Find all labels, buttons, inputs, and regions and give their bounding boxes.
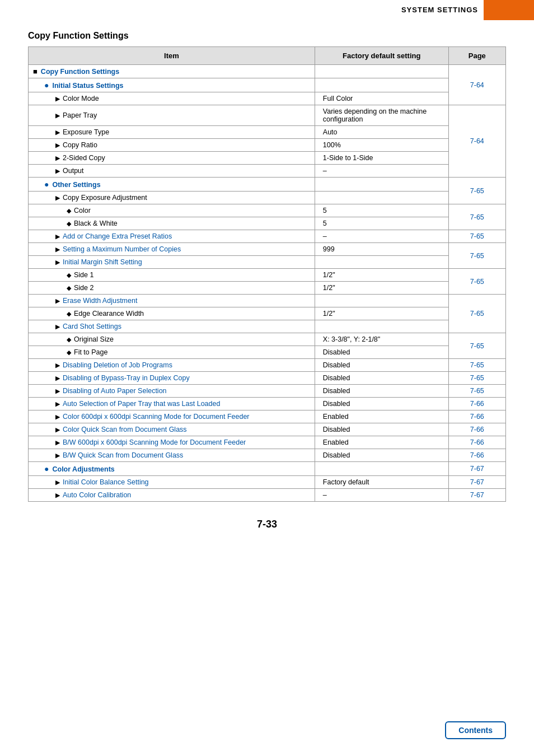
default-cell: 5 [315,217,448,230]
item-cell: ▶Auto Selection of Paper Tray that was L… [29,398,315,410]
item-text: Disabling Deletion of Job Programs [63,361,172,369]
item-cell: ◆Original Size [29,333,315,346]
default-cell: 1/2" [315,269,448,282]
default-cell: 5 [315,204,448,217]
item-text: Auto Color Calibration [63,491,131,499]
table-row: ◆Black & White5 [29,217,506,230]
item-cell: ▶Copy Exposure Adjustment [29,192,315,204]
item-text: Side 1 [74,271,93,279]
default-cell: 1/2" [315,282,448,295]
item-cell: ▶Initial Margin Shift Setting [29,256,315,269]
item-cell: ▶Card Shot Settings [29,320,315,333]
item-text: Fit to Page [74,348,107,356]
page-cell: 7-66 [448,410,505,423]
table-row: ▶Output– [29,165,506,178]
page-content: Copy Function Settings Item Factory defa… [0,0,534,575]
page-cell: 7-65 [448,385,505,398]
page-cell: 7-65 [448,269,505,295]
item-text: Output [63,167,84,175]
table-row: ▶Disabling of Auto Paper SelectionDisabl… [29,385,506,398]
item-text: Black & White [74,220,118,227]
item-cell: ▶Color 600dpi x 600dpi Scanning Mode for… [29,410,315,423]
page-cell: 7-67 [448,476,505,489]
item-text: Card Shot Settings [63,323,121,330]
item-cell: ▶B/W Quick Scan from Document Glass [29,449,315,462]
item-cell: ▶Add or Change Extra Preset Ratios [29,230,315,243]
item-text: B/W 600dpi x 600dpi Scanning Mode for Do… [63,438,246,446]
item-text: Color Mode [63,95,99,102]
item-text: Other Settings [52,181,100,189]
default-cell: 100% [315,139,448,152]
settings-table: Item Factory default setting Page ■Copy … [28,46,506,502]
page-cell: 7-66 [448,449,505,462]
table-row: ▶Initial Margin Shift Setting [29,256,506,269]
default-cell: 999 [315,243,448,256]
table-row: ●Initial Status Settings [29,78,506,92]
item-text: Color Adjustments [52,465,114,473]
item-cell: ▶Disabling Deletion of Job Programs [29,359,315,372]
item-text: Initial Margin Shift Setting [63,258,142,266]
default-cell: Auto [315,126,448,139]
item-text: Copy Ratio [63,141,97,149]
item-cell: ▶Disabling of Auto Paper Selection [29,385,315,398]
page-cell: 7-66 [448,436,505,449]
item-cell: ▶Color Quick Scan from Document Glass [29,423,315,436]
item-text: Color [74,207,91,214]
page-cell: 7-65 [448,333,505,359]
default-cell: Disabled [315,359,448,372]
default-cell: 1/2" [315,307,448,320]
contents-button[interactable]: Contents [445,721,506,739]
item-cell: ▶Initial Color Balance Setting [29,476,315,489]
item-text: Disabling of Bypass-Tray in Duplex Copy [63,374,190,382]
default-cell [315,320,448,333]
item-text: Side 2 [74,284,93,292]
page-cell: 7-65 [448,243,505,269]
item-cell: ▶Exposure Type [29,126,315,139]
default-cell: Disabled [315,385,448,398]
table-row: ▶Disabling of Bypass-Tray in Duplex Copy… [29,372,506,385]
table-row: ▶Color Quick Scan from Document GlassDis… [29,423,506,436]
col-header-item: Item [29,47,315,65]
page-section-title: Copy Function Settings [28,31,506,41]
default-cell: – [315,230,448,243]
item-text: Erase Width Adjustment [63,297,137,305]
page-cell: 7-67 [448,489,505,502]
default-cell: Disabled [315,449,448,462]
item-cell: ●Initial Status Settings [29,78,315,92]
page-cell: 7-65 [448,295,505,333]
item-text: Add or Change Extra Preset Ratios [63,232,172,240]
header-bar: SYSTEM SETTINGS [0,0,534,20]
default-cell [315,178,448,192]
table-row: ▶Setting a Maximum Number of Copies9997-… [29,243,506,256]
table-row: ▶B/W 600dpi x 600dpi Scanning Mode for D… [29,436,506,449]
table-row: ▶Color 600dpi x 600dpi Scanning Mode for… [29,410,506,423]
item-cell: ▶B/W 600dpi x 600dpi Scanning Mode for D… [29,436,315,449]
item-cell: ●Color Adjustments [29,462,315,476]
header-orange-bar [484,0,534,20]
col-header-page: Page [448,47,505,65]
header-title: SYSTEM SETTINGS [401,6,478,14]
item-cell: ◆Side 1 [29,269,315,282]
table-row: ▶Initial Color Balance SettingFactory de… [29,476,506,489]
page-cell: 7-64 [448,105,505,178]
item-cell: ▶Color Mode [29,92,315,105]
page-cell: 7-65 [448,204,505,230]
page-cell: 7-65 [448,230,505,243]
table-row: ▶Auto Selection of Paper Tray that was L… [29,398,506,410]
item-cell: ◆Edge Clearance Width [29,307,315,320]
item-cell: ◆Black & White [29,217,315,230]
item-cell: ◆Side 2 [29,282,315,295]
item-text: Initial Status Settings [52,82,123,90]
default-cell [315,65,448,78]
item-cell: ▶Disabling of Bypass-Tray in Duplex Copy [29,372,315,385]
table-row: ●Color Adjustments7-67 [29,462,506,476]
default-cell [315,462,448,476]
item-cell: ●Other Settings [29,178,315,192]
default-cell: X: 3-3/8", Y: 2-1/8" [315,333,448,346]
table-row: ▶Auto Color Calibration–7-67 [29,489,506,502]
table-row: ▶2-Sided Copy1-Side to 1-Side [29,152,506,165]
item-text: Original Size [74,335,114,343]
page-cell: 7-65 [448,178,505,204]
default-cell: – [315,489,448,502]
table-row: ▶Copy Exposure Adjustment [29,192,506,204]
